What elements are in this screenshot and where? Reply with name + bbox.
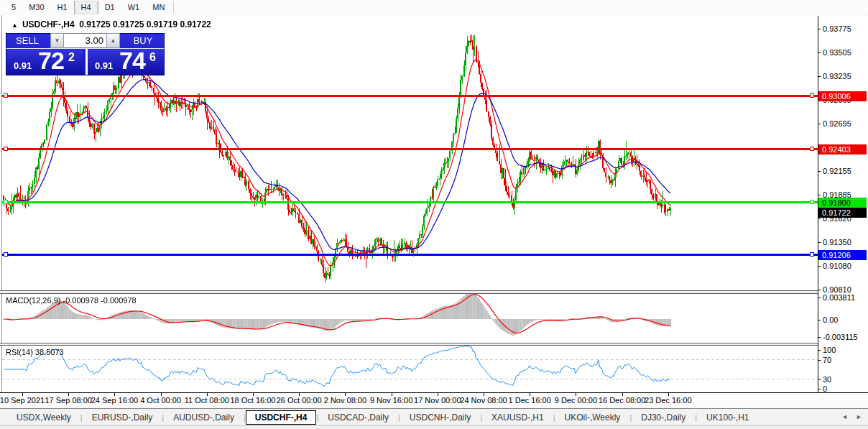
volume-decrease-button[interactable]: ▼ — [50, 33, 64, 48]
x-axis-label: 2 Nov 08:00 — [324, 396, 366, 405]
timeframe-button-w1[interactable]: W1 — [121, 1, 147, 14]
timeframe-button-5[interactable]: 5 — [5, 1, 22, 14]
tab-scroll-right-icon[interactable]: ► — [856, 413, 862, 420]
volume-input[interactable] — [64, 33, 106, 48]
y-axis-tick — [818, 290, 821, 290]
y-axis-tick — [818, 76, 821, 77]
x-axis-label: 26 Oct 00:00 — [277, 396, 322, 405]
x-axis-label: 18 Oct 16:00 — [231, 396, 276, 405]
symbol-name: USDCHF-,H4 — [22, 19, 75, 29]
sell-price-prefix: 0.91 — [14, 60, 32, 71]
y-axis-label: 0.93235 — [823, 72, 851, 80]
y-axis-tick — [818, 297, 821, 298]
x-axis-label: 16 Dec 08:00 — [599, 396, 645, 405]
symbol-header: ▲USDCHF-,H4 0.91725 0.91725 0.91719 0.91… — [11, 19, 211, 29]
rsi-scale-label: 30 — [823, 375, 831, 384]
chart-tab-usdchfh4[interactable]: USDCHF-,H4 — [246, 410, 317, 425]
y-axis-label: 0.93505 — [823, 48, 851, 57]
y-axis-tick — [818, 389, 821, 389]
chart-tab-usdxweekly[interactable]: USDX,Weekly — [7, 410, 80, 425]
tab-scroll-left-icon[interactable]: ◄ — [841, 413, 848, 420]
chart-tab-dj30daily[interactable]: DJ30-,Daily — [632, 410, 695, 425]
buy-price-display[interactable]: 0.91 74 6 — [86, 49, 164, 75]
x-axis-label: 4 Oct 00:00 — [140, 396, 181, 405]
bottom-strip — [0, 425, 868, 429]
panel-splitter[interactable] — [0, 290, 868, 294]
y-axis-tick — [818, 350, 821, 351]
buy-price-prefix: 0.91 — [95, 60, 113, 71]
y-axis-tick — [818, 52, 821, 53]
chart-tab-audusddaily[interactable]: AUDUSD-,Daily — [164, 410, 244, 425]
chart-tab-eurusddaily[interactable]: EURUSD-,Daily — [83, 410, 162, 425]
macd-scale-label: -0.003115 — [823, 333, 858, 341]
x-axis-label: 23 Dec 16:00 — [645, 396, 691, 405]
volume-increase-button[interactable]: ▲ — [106, 33, 120, 48]
chart-tab-ukoilweekly[interactable]: UKOil-,Weekly — [555, 410, 630, 425]
y-axis-tick — [818, 29, 821, 29]
price-tag-0.91722: 0.91722 — [818, 208, 867, 218]
buy-price-sup: 6 — [149, 51, 156, 64]
one-click-trading-widget: SELL ▼ ▲ BUY 0.91 72 2 0.91 74 6 — [6, 33, 165, 75]
y-axis-tick — [818, 337, 821, 338]
price-tag-0.91800: 0.91800 — [818, 198, 867, 208]
chart-tab-xauusdh1[interactable]: XAUUSD-,H1 — [482, 410, 553, 425]
collapse-arrow-icon[interactable]: ▲ — [11, 22, 18, 29]
x-axis-label: 1 Dec 16:00 — [509, 396, 551, 405]
y-axis-tick — [818, 360, 821, 361]
y-axis-tick — [818, 195, 821, 195]
timeframe-button-h1[interactable]: H1 — [51, 1, 74, 14]
x-axis-label: 17 Nov 00:00 — [414, 396, 461, 405]
sell-button[interactable]: SELL — [6, 34, 48, 48]
time-axis[interactable]: 10 Sep 202117 Sep 08:0024 Sep 16:004 Oct… — [0, 393, 868, 408]
y-axis-label: 0.92695 — [823, 119, 851, 128]
timeframe-toolbar: 5M30H1H4D1W1MN — [0, 0, 868, 16]
price-tag-0.93006: 0.93006 — [818, 91, 867, 101]
chart-tab-bar: USDX,Weekly|EURUSD-,Daily|AUDUSD-,Daily|… — [0, 408, 868, 425]
chart-tab-uk100h1[interactable]: UK100-,H1 — [697, 410, 758, 425]
panel-splitter[interactable] — [0, 343, 868, 346]
x-axis-label: 24 Nov 08:00 — [460, 396, 507, 405]
macd-scale-label: 0.00 — [823, 315, 838, 324]
y-axis-label: 0.92155 — [823, 167, 851, 175]
y-axis-tick — [818, 266, 821, 267]
sell-price-display[interactable]: 0.91 72 2 — [6, 49, 83, 75]
rsi-scale-label: 0 — [823, 384, 827, 393]
timeframe-button-mn[interactable]: MN — [146, 1, 171, 14]
y-axis-label: 0.91080 — [823, 262, 851, 270]
y-axis-tick — [818, 124, 821, 124]
y-axis-label: 0.91350 — [823, 238, 851, 246]
buy-button[interactable]: BUY — [122, 34, 164, 48]
price-axis[interactable]: 0.937750.935050.932350.929650.926950.921… — [818, 16, 868, 392]
macd-scale-label: 0.003811 — [823, 293, 855, 302]
rsi-label: RSI(14) 38.5073 — [6, 348, 64, 356]
sell-price-sup: 2 — [68, 51, 75, 64]
macd-label: MACD(12,26,9) -0.000978 -0.000978 — [6, 296, 137, 305]
price-tag-0.91206: 0.91206 — [818, 250, 867, 260]
mt4-terminal: 5M30H1H4D1W1MN ▲USDCHF-,H4 0.91725 0.917… — [0, 0, 868, 429]
timeframe-button-h4[interactable]: H4 — [74, 1, 98, 14]
x-axis-label: 24 Sep 16:00 — [91, 396, 138, 405]
y-axis-tick — [818, 242, 821, 243]
timeframe-button-m30[interactable]: M30 — [22, 1, 50, 14]
x-axis-label: 9 Nov 16:00 — [370, 396, 412, 405]
y-axis-tick — [818, 320, 821, 320]
rsi-scale-label: 70 — [823, 356, 831, 364]
rsi-panel-canvas[interactable] — [2, 346, 818, 392]
rsi-scale-label: 100 — [823, 346, 836, 354]
x-axis-label: 11 Oct 08:00 — [185, 396, 229, 405]
chart-tab-usdcaddaily[interactable]: USDCAD-,Daily — [318, 410, 398, 425]
sell-price-big: 72 — [38, 47, 64, 75]
ohlc-values: 0.91725 0.91725 0.91719 0.91722 — [79, 19, 211, 29]
x-axis-label: 9 Dec 00:00 — [555, 396, 597, 405]
chart-window: ▲USDCHF-,H4 0.91725 0.91725 0.91719 0.91… — [0, 15, 868, 425]
y-axis-tick — [818, 218, 821, 219]
x-axis-label: 17 Sep 08:00 — [45, 396, 91, 405]
y-axis-label: 0.93775 — [823, 24, 851, 33]
y-axis-tick — [818, 379, 821, 380]
chart-tab-usdcnhdaily[interactable]: USDCNH-,Daily — [400, 410, 480, 425]
y-axis-tick — [818, 171, 821, 172]
volume-spinner: ▼ ▲ — [50, 33, 120, 48]
timeframe-button-d1[interactable]: D1 — [98, 1, 121, 14]
toolbar-separator — [173, 1, 174, 14]
x-axis-label: 10 Sep 2021 — [0, 396, 45, 405]
